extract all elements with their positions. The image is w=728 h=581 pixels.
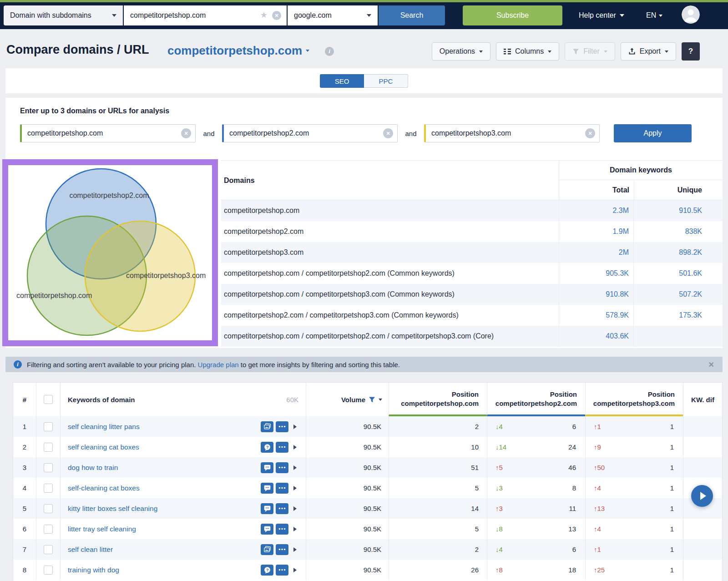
favorite-star-icon[interactable]: ★ — [260, 10, 268, 20]
position-domain2-value: 46 — [568, 464, 576, 471]
row-checkbox[interactable] — [44, 525, 53, 534]
tab-seo[interactable]: SEO — [320, 74, 364, 88]
clear-icon[interactable]: ✕ — [272, 11, 281, 20]
notice-text: Filtering and sorting aren't available t… — [27, 361, 400, 369]
close-icon[interactable]: ✕ — [708, 360, 714, 369]
select-all-checkbox[interactable] — [44, 395, 53, 404]
columns-icon — [504, 48, 511, 55]
keyword-link[interactable]: training with dog — [68, 566, 119, 574]
keyword-link[interactable]: kitty litter boxes self cleaning — [68, 505, 157, 513]
apply-button[interactable]: Apply — [614, 124, 692, 142]
expand-row-icon[interactable] — [293, 445, 297, 450]
volume-column-header[interactable]: Volume — [306, 383, 389, 416]
unique-keywords-link[interactable]: 838K — [633, 221, 723, 242]
svg-text:?: ? — [266, 567, 268, 572]
serp-features-icon[interactable]: ? — [261, 442, 273, 453]
row-checkbox[interactable] — [44, 422, 53, 431]
row-number: 4 — [13, 478, 36, 498]
expand-row-icon[interactable] — [293, 424, 297, 429]
help-button[interactable]: ? — [682, 42, 700, 61]
columns-button[interactable]: Columns — [496, 42, 559, 61]
unique-keywords-link[interactable]: 910.5K — [633, 200, 723, 221]
row-checkbox[interactable] — [44, 443, 53, 452]
serp-features-icon[interactable]: ? — [261, 503, 273, 514]
expand-row-icon[interactable] — [293, 486, 297, 490]
expand-row-icon[interactable] — [293, 527, 297, 531]
filter-funnel-icon[interactable] — [369, 397, 375, 403]
position-change: ↓4 — [495, 423, 503, 430]
clear-icon[interactable]: ✕ — [181, 128, 191, 138]
unique-keywords-link[interactable] — [633, 326, 723, 347]
report-tabs-band: SEO PPC — [5, 68, 723, 93]
domain-input-2[interactable] — [224, 125, 397, 142]
more-actions-button[interactable] — [276, 524, 288, 535]
row-checkbox[interactable] — [44, 463, 53, 472]
upgrade-plan-link[interactable]: Upgrade plan — [198, 361, 239, 369]
tab-ppc[interactable]: PPC — [364, 74, 408, 88]
expand-row-icon[interactable] — [293, 506, 297, 511]
keywords-column-header: Keywords of domain — [68, 396, 135, 404]
total-keywords-link[interactable]: 2M — [559, 242, 633, 263]
chevron-down-icon — [379, 399, 382, 401]
expand-row-icon[interactable] — [293, 568, 297, 572]
row-checkbox[interactable] — [44, 484, 53, 493]
keyword-link[interactable]: self cleaning cat boxes — [68, 443, 139, 451]
expand-row-icon[interactable] — [293, 547, 297, 552]
more-actions-button[interactable] — [276, 483, 288, 494]
row-checkbox[interactable] — [44, 566, 53, 575]
operations-button[interactable]: Operations — [432, 42, 490, 61]
more-actions-button[interactable] — [276, 565, 288, 576]
keyword-link[interactable]: litter tray self cleaning — [68, 525, 136, 533]
row-checkbox[interactable] — [44, 545, 53, 554]
expand-row-icon[interactable] — [293, 465, 297, 470]
filter-button[interactable]: Filter — [565, 42, 615, 61]
scroll-right-button[interactable] — [691, 485, 713, 507]
more-actions-button[interactable] — [276, 442, 288, 453]
report-domain-select[interactable]: competitorpetshop.com — [167, 44, 309, 58]
total-keywords-link[interactable]: 1.9M — [559, 221, 633, 242]
total-keywords-link[interactable]: 578.9K — [559, 305, 633, 326]
export-button[interactable]: Export — [621, 42, 676, 61]
help-center-menu[interactable]: Help center — [579, 5, 624, 25]
more-actions-button[interactable] — [276, 544, 288, 555]
serp-features-icon[interactable]: ? — [261, 462, 273, 473]
unique-keywords-link[interactable]: 507.2K — [633, 284, 723, 305]
position-domain2-value: 6 — [572, 546, 576, 553]
database-select[interactable]: google.com — [288, 5, 378, 25]
serp-features-icon[interactable]: ? — [261, 544, 273, 555]
total-keywords-link[interactable]: 403.6K — [559, 326, 633, 347]
more-actions-button[interactable] — [276, 421, 288, 432]
serp-features-icon[interactable]: ? — [261, 421, 273, 432]
search-button[interactable]: Search — [379, 5, 445, 25]
clear-icon[interactable]: ✕ — [585, 128, 595, 138]
table-row: 8 training with dog ? — [13, 560, 722, 580]
serp-features-icon[interactable]: ? — [261, 483, 273, 494]
volume-value: 90.5K — [306, 560, 389, 580]
domain-input-3[interactable] — [426, 125, 599, 142]
subscribe-button[interactable]: Subscribe — [463, 5, 562, 25]
language-menu[interactable]: EN — [646, 5, 662, 25]
clear-icon[interactable]: ✕ — [383, 128, 393, 138]
info-icon[interactable]: i — [325, 47, 334, 56]
serp-features-icon[interactable]: ? — [261, 524, 273, 535]
unique-keywords-link[interactable]: 898.2K — [633, 242, 723, 263]
more-actions-button[interactable] — [276, 462, 288, 473]
table-row: competitorpetshop.com / competitorpetsho… — [221, 263, 723, 284]
total-keywords-link[interactable]: 910.8K — [559, 284, 633, 305]
total-keywords-link[interactable]: 905.3K — [559, 263, 633, 284]
total-keywords-link[interactable]: 2.3M — [559, 200, 633, 221]
more-actions-button[interactable] — [276, 503, 288, 514]
domain-name: competitorpetshop.com — [221, 207, 559, 215]
keyword-link[interactable]: self clean litter — [68, 546, 113, 554]
serp-features-icon[interactable]: ? — [261, 565, 273, 576]
unique-keywords-link[interactable]: 175.3K — [633, 305, 723, 326]
keyword-link[interactable]: self cleaning litter pans — [68, 423, 140, 431]
search-scope-select[interactable]: Domain with subdomains — [4, 5, 123, 25]
row-checkbox[interactable] — [44, 504, 53, 513]
unique-keywords-link[interactable]: 501.6K — [633, 263, 723, 284]
keyword-link[interactable]: dog how to train — [68, 464, 118, 472]
keyword-link[interactable]: self-cleaning cat boxes — [68, 484, 140, 492]
avatar[interactable] — [682, 5, 700, 24]
domain-input-1[interactable] — [22, 125, 195, 142]
position-change: ↑1 — [594, 423, 601, 430]
